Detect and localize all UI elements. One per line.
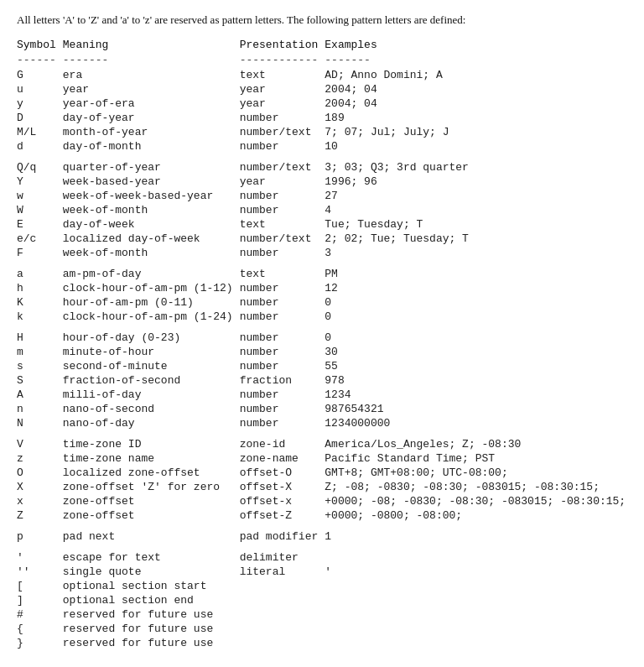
cell-meaning: week-based-year xyxy=(63,175,240,189)
cell-presentation: text xyxy=(240,267,325,281)
divider-presentation: ------------ xyxy=(240,53,325,68)
header-meaning: Meaning xyxy=(63,39,240,53)
cell-presentation: number xyxy=(240,295,325,310)
divider-symbol: ------ xyxy=(17,53,63,68)
table-body: GeratextAD; Anno Domini; Auyearyear2004;… xyxy=(17,68,632,650)
table-row: Vtime-zone IDzone-idAmerica/Los_Angeles;… xyxy=(17,437,632,451)
cell-meaning: year-of-era xyxy=(63,96,240,111)
table-row: hclock-hour-of-am-pm (1-12)number12 xyxy=(17,281,632,295)
cell-symbol: u xyxy=(17,82,63,96)
cell-symbol: e/c xyxy=(17,232,63,246)
cell-symbol: } xyxy=(17,636,63,650)
cell-symbol: z xyxy=(17,451,63,466)
cell-meaning: week-of-week-based-year xyxy=(63,189,240,203)
pattern-table: Symbol Meaning Presentation Examples ---… xyxy=(17,39,632,650)
cell-examples: ' xyxy=(325,565,632,579)
cell-examples xyxy=(325,550,632,565)
cell-presentation: number xyxy=(240,139,325,154)
table-row: Yweek-based-yearyear1996; 96 xyxy=(17,175,632,189)
table-row: Eday-of-weektextTue; Tuesday; T xyxy=(17,217,632,232)
cell-examples: 2004; 04 xyxy=(325,82,632,96)
cell-presentation: offset-x xyxy=(240,494,325,508)
cell-symbol: E xyxy=(17,217,63,232)
table-row xyxy=(17,324,632,331)
cell-presentation: offset-Z xyxy=(240,508,325,523)
cell-symbol: x xyxy=(17,494,63,508)
cell-meaning: milli-of-day xyxy=(63,388,240,402)
cell-examples: 189 xyxy=(325,111,632,125)
cell-meaning: quarter-of-year xyxy=(63,160,240,175)
cell-meaning: reserved for future use xyxy=(63,622,240,636)
table-row: ztime-zone namezone-namePacific Standard… xyxy=(17,451,632,466)
table-row: Xzone-offset 'Z' for zerooffset-XZ; -08;… xyxy=(17,480,632,494)
cell-presentation xyxy=(240,579,325,593)
cell-meaning: reserved for future use xyxy=(63,607,240,622)
table-row: ppad nextpad modifier1 xyxy=(17,529,632,544)
cell-meaning: week-of-month xyxy=(63,246,240,260)
cell-meaning: year xyxy=(63,82,240,96)
cell-meaning: am-pm-of-day xyxy=(63,267,240,281)
table-row: Q/qquarter-of-yearnumber/text3; 03; Q3; … xyxy=(17,160,632,175)
cell-presentation xyxy=(240,622,325,636)
table-row: ssecond-of-minutenumber55 xyxy=(17,359,632,373)
table-divider-row: ------ ------- ------------ ------- xyxy=(17,53,632,68)
cell-examples: AD; Anno Domini; A xyxy=(325,68,632,82)
cell-presentation xyxy=(240,607,325,622)
table-row: Olocalized zone-offsetoffset-OGMT+8; GMT… xyxy=(17,466,632,480)
cell-presentation: number xyxy=(240,331,325,345)
header-symbol: Symbol xyxy=(17,39,63,53)
cell-meaning: zone-offset 'Z' for zero xyxy=(63,480,240,494)
cell-symbol: O xyxy=(17,466,63,480)
cell-symbol: k xyxy=(17,310,63,324)
cell-examples xyxy=(325,593,632,607)
cell-presentation xyxy=(240,636,325,650)
cell-meaning: hour-of-day (0-23) xyxy=(63,331,240,345)
table-row: Fweek-of-monthnumber3 xyxy=(17,246,632,260)
cell-symbol: h xyxy=(17,281,63,295)
table-row: mminute-of-hournumber30 xyxy=(17,345,632,359)
table-row: ]optional section end xyxy=(17,593,632,607)
cell-examples: +0000; -08; -0830; -08:30; -083015; -08:… xyxy=(325,494,632,508)
cell-meaning: localized day-of-week xyxy=(63,232,240,246)
cell-examples: 1 xyxy=(325,529,632,544)
table-row: dday-of-monthnumber10 xyxy=(17,139,632,154)
cell-presentation: year xyxy=(240,82,325,96)
cell-presentation: text xyxy=(240,217,325,232)
cell-meaning: zone-offset xyxy=(63,494,240,508)
cell-examples: 3; 03; Q3; 3rd quarter xyxy=(325,160,632,175)
cell-presentation: zone-id xyxy=(240,437,325,451)
table-row xyxy=(17,544,632,550)
cell-presentation: number/text xyxy=(240,160,325,175)
cell-symbol: p xyxy=(17,529,63,544)
table-row: Hhour-of-day (0-23)number0 xyxy=(17,331,632,345)
cell-examples: PM xyxy=(325,267,632,281)
cell-symbol: [ xyxy=(17,579,63,593)
cell-examples: 7; 07; Jul; July; J xyxy=(325,125,632,139)
cell-presentation: number xyxy=(240,281,325,295)
cell-symbol: m xyxy=(17,345,63,359)
cell-examples xyxy=(325,607,632,622)
cell-meaning: reserved for future use xyxy=(63,636,240,650)
cell-presentation: year xyxy=(240,175,325,189)
cell-examples: 3 xyxy=(325,246,632,260)
table-row: yyear-of-erayear2004; 04 xyxy=(17,96,632,111)
cell-meaning: nano-of-day xyxy=(63,416,240,430)
table-row: 'escape for textdelimiter xyxy=(17,550,632,565)
cell-examples: 1234000000 xyxy=(325,416,632,430)
divider-examples: ------- xyxy=(325,53,632,68)
cell-symbol: d xyxy=(17,139,63,154)
cell-meaning: minute-of-hour xyxy=(63,345,240,359)
cell-presentation: number xyxy=(240,359,325,373)
cell-presentation: zone-name xyxy=(240,451,325,466)
table-row: Sfraction-of-secondfraction978 xyxy=(17,373,632,388)
table-row: Khour-of-am-pm (0-11)number0 xyxy=(17,295,632,310)
cell-presentation: literal xyxy=(240,565,325,579)
cell-meaning: month-of-year xyxy=(63,125,240,139)
cell-examples: 978 xyxy=(325,373,632,388)
table-row: {reserved for future use xyxy=(17,622,632,636)
cell-presentation: pad modifier xyxy=(240,529,325,544)
cell-presentation: offset-X xyxy=(240,480,325,494)
cell-examples: 1234 xyxy=(325,388,632,402)
cell-presentation: text xyxy=(240,68,325,82)
cell-presentation: number xyxy=(240,345,325,359)
